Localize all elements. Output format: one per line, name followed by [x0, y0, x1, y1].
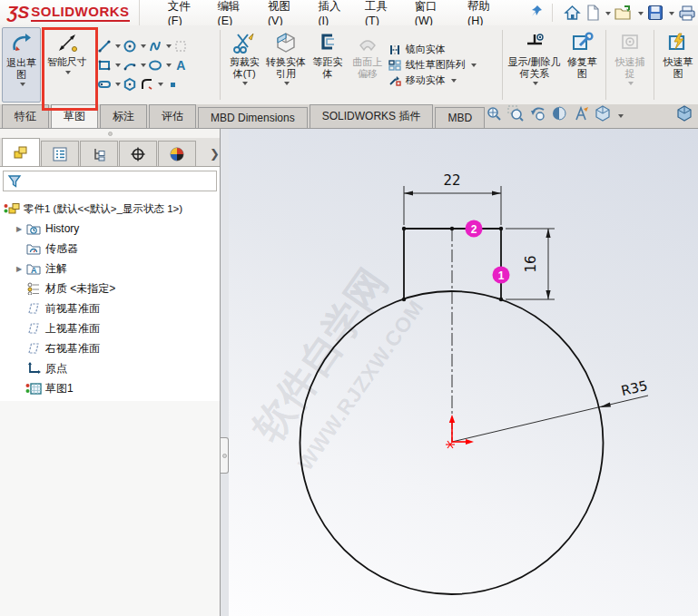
save-dropdown[interactable]: [669, 12, 674, 18]
offset-entities-button[interactable]: 等距实体: [308, 27, 348, 103]
tree-filter-input[interactable]: [3, 171, 217, 191]
repair-sketch-button[interactable]: 修复草图: [562, 27, 602, 103]
panel-tabs-overflow-chevron[interactable]: ❯: [210, 147, 220, 166]
arc-dropdown[interactable]: [141, 64, 146, 70]
quick-snaps-button[interactable]: 快速捕捉: [610, 27, 650, 103]
relations-dropdown[interactable]: [533, 82, 538, 88]
new-document-button[interactable]: [585, 4, 602, 22]
pin-menu-icon[interactable]: [530, 5, 543, 21]
trim-entities-icon: [232, 31, 256, 54]
save-button[interactable]: [645, 4, 665, 22]
linear-pattern-icon: [388, 59, 402, 72]
svg-text:16[interactable]: 16: [523, 255, 539, 272]
feature-manager-panel: ❯ 零件1 (默认<<默认>_显示状态 1>) ▶ History: [0, 129, 221, 616]
display-style-icon[interactable]: [676, 105, 693, 125]
slot-dropdown[interactable]: [115, 83, 121, 89]
line-tool[interactable]: [96, 38, 113, 54]
graphics-area[interactable]: 软件自学网 WWW.RJZXW.COM 22 16: [229, 129, 698, 616]
trim-dropdown[interactable]: [242, 82, 248, 88]
rectangle-tool[interactable]: [96, 57, 113, 73]
smart-dimension-button[interactable]: 智能尺寸: [41, 27, 93, 103]
convert-dropdown[interactable]: [284, 82, 290, 88]
panel-collapse-handle[interactable]: [221, 437, 229, 474]
previous-view-icon[interactable]: [529, 105, 546, 125]
tab-markup[interactable]: 标注: [100, 104, 147, 128]
zoom-fit-icon[interactable]: [486, 105, 502, 125]
tab-displaymanager[interactable]: [158, 141, 196, 166]
panel-grip[interactable]: [0, 129, 220, 138]
circle-dropdown[interactable]: [141, 44, 146, 51]
trim-entities-button[interactable]: 剪裁实体(T): [224, 27, 264, 103]
home-button[interactable]: [562, 4, 583, 22]
tab-propertymanager[interactable]: [41, 141, 79, 166]
tree-item-origin[interactable]: 原点: [0, 358, 220, 378]
open-document-button[interactable]: [613, 4, 634, 22]
spline-dropdown[interactable]: [166, 44, 172, 51]
text-tool[interactable]: A: [172, 57, 189, 73]
tree-item-right-plane[interactable]: 右视基准面: [0, 338, 220, 358]
tab-features[interactable]: 特征: [2, 104, 49, 128]
tab-configurationmanager[interactable]: [80, 141, 118, 166]
ellipse-tool[interactable]: [147, 57, 163, 73]
tab-featuremanager-tree[interactable]: [2, 138, 40, 166]
tree-root-part[interactable]: 零件1 (默认<<默认>_显示状态 1>): [0, 199, 220, 219]
svg-text:22[interactable]: 22: [443, 172, 460, 189]
line-dropdown[interactable]: [115, 44, 121, 51]
view-orientation-icon[interactable]: [595, 105, 611, 125]
smart-dimension-dropdown[interactable]: [65, 71, 71, 77]
arc-tool[interactable]: [122, 57, 138, 73]
rapid-sketch-button[interactable]: 快速草图: [658, 27, 698, 103]
tree-item-sketch1[interactable]: 草图1: [0, 378, 220, 398]
new-document-dropdown[interactable]: [605, 12, 611, 18]
annotation-visibility-icon[interactable]: [573, 105, 589, 125]
tree-item-history[interactable]: ▶ History: [0, 219, 220, 239]
tree-item-sensors[interactable]: 传感器: [0, 239, 220, 259]
exit-sketch-button[interactable]: 退出草图: [2, 27, 41, 103]
quick-snaps-dropdown[interactable]: [628, 82, 634, 88]
point-tool[interactable]: [164, 76, 181, 93]
tab-addins[interactable]: SOLIDWORKS 插件: [310, 104, 434, 128]
tree-item-material[interactable]: 材质 <未指定>: [0, 279, 220, 298]
tab-mbd[interactable]: MBD: [435, 107, 485, 128]
move-entities-button[interactable]: 移动实体: [388, 73, 498, 87]
callout-badge-2[interactable]: 2: [466, 220, 483, 238]
fillet-dropdown[interactable]: [158, 83, 163, 89]
expand-arrow-icon[interactable]: ▶: [13, 265, 25, 273]
polygon-tool[interactable]: [122, 76, 138, 93]
tab-evaluate[interactable]: 评估: [149, 104, 196, 128]
surface-offset-button[interactable]: 曲面上偏移: [348, 27, 388, 103]
circle-tool[interactable]: [122, 38, 138, 54]
dimension-width-22[interactable]: 22: [404, 172, 501, 225]
convert-entities-button[interactable]: 转换实体引用: [264, 27, 308, 103]
linear-pattern-button[interactable]: 线性草图阵列: [388, 58, 498, 72]
callout-badge-1[interactable]: 1: [493, 267, 510, 284]
display-delete-relations-button[interactable]: 显示/删除几何关系: [506, 27, 562, 103]
tab-dimxpertmanager[interactable]: [119, 141, 157, 166]
dimension-height-16[interactable]: 16: [506, 229, 555, 299]
tree-item-front-plane[interactable]: 前视基准面: [0, 298, 220, 318]
expand-arrow-icon[interactable]: ▶: [13, 225, 25, 233]
move-dropdown[interactable]: [451, 79, 457, 85]
tab-mbd-dimensions[interactable]: MBD Dimensions: [198, 107, 308, 128]
slot-tool[interactable]: [96, 76, 113, 93]
print-button[interactable]: [676, 4, 698, 22]
zoom-area-icon[interactable]: [507, 105, 524, 125]
tree-item-annotations[interactable]: ▶ A 注解: [0, 259, 220, 279]
view-orientation-dropdown[interactable]: [618, 114, 624, 121]
section-view-icon[interactable]: [551, 105, 567, 125]
rectangle-dropdown[interactable]: [115, 64, 121, 70]
smart-dimension-icon: [55, 31, 79, 54]
linear-pattern-dropdown[interactable]: [471, 64, 477, 70]
tab-sketch[interactable]: 草图: [51, 104, 98, 128]
panel-splitter[interactable]: [221, 129, 229, 616]
ellipse-dropdown[interactable]: [166, 64, 172, 70]
exit-sketch-dropdown[interactable]: [20, 83, 25, 89]
dimension-radius-r35[interactable]: R35: [452, 377, 649, 442]
mirror-entities-button[interactable]: 镜向实体: [388, 43, 498, 56]
spline-tool[interactable]: [147, 38, 163, 54]
open-document-dropdown[interactable]: [638, 12, 644, 18]
sketch-plane-tool[interactable]: [172, 38, 189, 54]
fillet-tool[interactable]: [139, 76, 155, 93]
origin-marker[interactable]: [446, 415, 474, 448]
tree-item-top-plane[interactable]: 上视基准面: [0, 318, 220, 338]
